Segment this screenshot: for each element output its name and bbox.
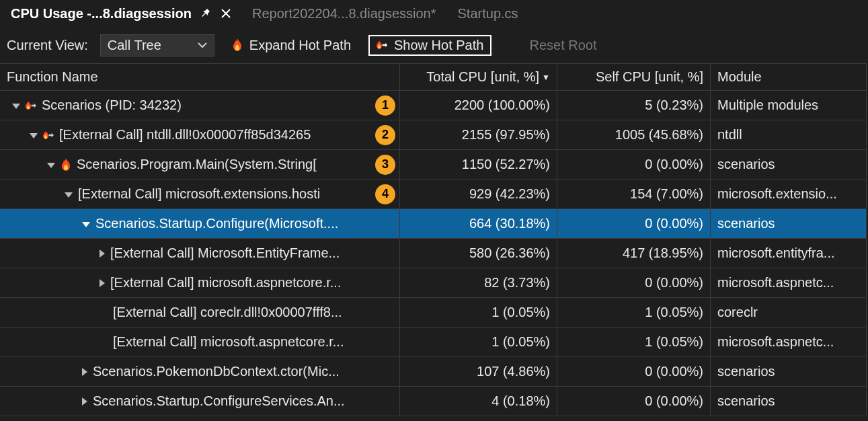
self-cpu-cell: 154 (7.00%) [557,180,711,209]
view-dropdown[interactable]: Call Tree [100,34,214,56]
function-name-text: [External Call] microsoft.extensions.hos… [78,186,393,202]
tab-label: Report202204...8.diagsession* [252,6,436,22]
external-call-prefix: [External Call] [113,305,200,319]
toolbar: Current View: Call Tree Expand Hot Path … [0,27,868,63]
function-name-cell[interactable]: [External Call] coreclr.dll!0x00007fff8.… [0,298,400,328]
function-name-cell[interactable]: [External Call] microsoft.aspnetcore.r..… [0,328,400,357]
expand-icon[interactable] [82,397,87,406]
flame-icon [232,38,243,52]
external-call-prefix: [External Call] [59,127,147,142]
show-hot-path-label: Show Hot Path [394,38,483,53]
function-name-cell[interactable]: Scenarios.Startup.Configure(Microsoft...… [0,209,400,239]
function-name-text: Scenarios.Program.Main(System.String[ [77,157,393,172]
pin-icon[interactable] [201,8,212,19]
function-name-cell[interactable]: Scenarios.PokemonDbContext.ctor(Mic... [0,357,400,387]
self-cpu-cell: 0 (0.00%) [557,357,711,387]
total-cpu-cell: 1 (0.05%) [400,298,557,328]
expand-hot-path-button[interactable]: Expand Hot Path [224,35,359,56]
total-cpu-cell: 2155 (97.95%) [400,120,557,150]
function-name-text: [External Call] coreclr.dll!0x00007fff8.… [113,305,393,320]
column-header-self-cpu[interactable]: Self CPU [unit, %] [557,63,711,91]
column-header-total-cpu[interactable]: Total CPU [unit, %] ▼ [400,63,557,91]
tab-bar: CPU Usage -...8.diagsession Report202204… [0,0,868,27]
chevron-down-icon [198,42,207,48]
expand-icon[interactable] [100,279,105,287]
cpu-grid: Function Name Total CPU [unit, %] ▼ Self… [0,63,868,416]
total-cpu-cell: 580 (26.36%) [400,239,557,268]
function-name-cell[interactable]: Scenarios (PID: 34232)1 [0,91,400,120]
module-cell: coreclr [711,298,867,328]
expand-icon[interactable] [82,368,87,376]
reset-root-label: Reset Root [529,38,596,53]
external-call-prefix: [External Call] [110,245,198,260]
self-cpu-cell: 417 (18.95%) [557,239,711,268]
current-view-label: Current View: [7,38,88,53]
self-cpu-cell: 0 (0.00%) [557,268,711,298]
self-cpu-cell: 0 (0.00%) [557,150,711,180]
module-cell: microsoft.extensio... [711,180,867,209]
tab-active[interactable]: CPU Usage -...8.diagsession [0,0,241,27]
total-cpu-cell: 1150 (52.27%) [400,150,557,180]
module-cell: scenarios [711,387,867,416]
self-cpu-cell: 1005 (45.68%) [557,120,711,150]
tab-inactive[interactable]: Report202204...8.diagsession* [241,0,447,27]
reset-root-button[interactable]: Reset Root [521,35,604,56]
function-name-text: [External Call] Microsoft.EntityFrame... [110,245,393,261]
expander-placeholder [100,309,108,317]
self-cpu-cell: 0 (0.00%) [557,209,711,239]
function-name-text: Scenarios (PID: 34232) [42,98,393,113]
function-name-cell[interactable]: Scenarios.Program.Main(System.String[3 [0,150,400,180]
collapse-icon[interactable] [82,222,90,227]
function-name-cell[interactable]: [External Call] ntdll.dll!0x00007ff85d34… [0,120,400,150]
total-cpu-cell: 1 (0.05%) [400,328,557,357]
flame-icon [61,158,77,171]
collapse-icon[interactable] [47,163,55,168]
total-cpu-cell: 4 (0.18%) [400,387,557,416]
tab-label: Startup.cs [458,6,518,22]
function-name-text: Scenarios.Startup.Configure(Microsoft...… [95,216,393,231]
module-cell: scenarios [711,209,867,239]
total-cpu-cell: 929 (42.23%) [400,180,557,209]
self-cpu-cell: 0 (0.00%) [557,387,711,416]
external-call-prefix: [External Call] [110,275,198,290]
callout-badge: 3 [375,155,395,175]
module-cell: Multiple modules [711,91,867,120]
function-name-cell[interactable]: Scenarios.Startup.ConfigureServices.An..… [0,387,400,416]
function-name-cell[interactable]: [External Call] microsoft.extensions.hos… [0,180,400,209]
flame-arrow-icon [26,99,42,112]
module-cell: microsoft.aspnetc... [711,268,867,298]
column-header-function[interactable]: Function Name [0,63,400,91]
total-cpu-cell: 107 (4.86%) [400,357,557,387]
total-cpu-cell: 2200 (100.00%) [400,91,557,120]
module-cell: ntdll [711,120,867,150]
function-name-cell[interactable]: [External Call] Microsoft.EntityFrame... [0,239,400,268]
flame-arrow-icon [377,38,387,52]
callout-badge: 1 [375,95,395,116]
collapse-icon[interactable] [65,192,73,198]
flame-arrow-icon [43,128,59,142]
tab-label: CPU Usage -...8.diagsession [11,6,192,22]
total-cpu-cell: 664 (30.18%) [400,209,557,239]
callout-badge: 4 [375,184,395,204]
function-name-text: [External Call] ntdll.dll!0x00007ff85d34… [59,127,393,143]
function-name-text: Scenarios.Startup.ConfigureServices.An..… [93,393,393,409]
expand-hot-path-label: Expand Hot Path [249,38,351,53]
expand-icon[interactable] [100,250,105,258]
sort-desc-icon: ▼ [542,73,550,82]
module-cell: scenarios [711,150,867,180]
tab-inactive[interactable]: Startup.cs [447,0,529,27]
function-name-cell[interactable]: [External Call] microsoft.aspnetcore.r..… [0,268,400,298]
module-cell: microsoft.entityfra... [711,239,867,268]
column-header-module[interactable]: Module [711,63,867,91]
view-dropdown-value: Call Tree [108,38,161,53]
self-cpu-cell: 1 (0.05%) [557,298,711,328]
function-name-text: [External Call] microsoft.aspnetcore.r..… [110,275,393,291]
collapse-icon[interactable] [12,104,20,109]
self-cpu-cell: 5 (0.23%) [557,91,711,120]
close-icon[interactable] [221,9,231,18]
module-cell: microsoft.aspnetc... [711,328,867,357]
external-call-prefix: [External Call] [78,186,165,201]
show-hot-path-button[interactable]: Show Hot Path [368,35,491,56]
collapse-icon[interactable] [30,133,38,139]
function-name-text: Scenarios.PokemonDbContext.ctor(Mic... [93,364,393,379]
